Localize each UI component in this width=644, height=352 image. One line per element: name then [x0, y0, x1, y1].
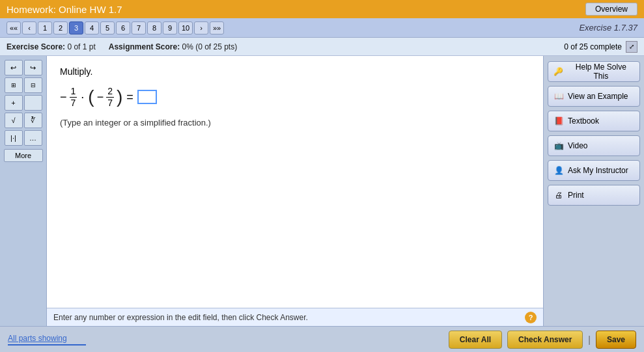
more-button[interactable]: More [4, 149, 43, 162]
textbook-button[interactable]: 📕 Textbook [548, 111, 640, 131]
print-icon: 🖨 [553, 190, 564, 200]
brackets-button[interactable]: ⊟ [24, 77, 42, 93]
bottom-bar: All parts showing Clear All Check Answer… [0, 326, 644, 352]
nav-bar: «« ‹ 1 2 3 4 5 6 7 8 9 10 › »» Exercise … [0, 18, 644, 38]
math-hint: (Type an integer or a simplified fractio… [60, 118, 530, 128]
abs-button[interactable]: |·| [5, 130, 23, 146]
misc-button[interactable]: … [24, 130, 42, 146]
left-toolbar: ↩ ↪ ⊞ ⊟ + √ ∛ |·| … More [0, 56, 47, 326]
close-paren: ) [117, 88, 122, 106]
video-button[interactable]: 📺 Video [548, 135, 640, 156]
page-navigation: «« ‹ 1 2 3 4 5 6 7 8 9 10 › »» [7, 21, 224, 34]
textbook-icon: 📕 [553, 116, 564, 126]
nav-page-10[interactable]: 10 [178, 21, 193, 34]
video-icon: 📺 [553, 141, 564, 151]
check-answer-button[interactable]: Check Answer [507, 331, 583, 349]
main-area: ↩ ↪ ⊞ ⊟ + √ ∛ |·| … More Multiply. − 1 7 [0, 56, 644, 326]
nav-page-1[interactable]: 1 [38, 21, 52, 34]
nav-page-6[interactable]: 6 [116, 21, 130, 34]
parts-showing-label[interactable]: All parts showing [8, 334, 67, 343]
help-me-solve-label: Help Me Solve This [568, 62, 634, 81]
view-example-label: View an Example [568, 92, 628, 101]
nav-page-3[interactable]: 3 [69, 21, 83, 34]
book-open-icon: 📖 [553, 91, 564, 102]
toolbar-row-2: ⊞ ⊟ [5, 77, 42, 93]
multiply-dot: · [81, 90, 84, 104]
assignment-score-label: Assignment Score: [109, 42, 180, 51]
math-expression-left: − 1 7 · ( − 2 7 ) = [60, 86, 530, 109]
nav-prev-prev-button[interactable]: «« [7, 21, 21, 34]
toolbar-row-1: ↩ ↪ [5, 60, 42, 75]
redo-button[interactable]: ↪ [24, 60, 42, 75]
sqrt-button[interactable]: √ [5, 113, 23, 128]
key-icon: 🔑 [553, 66, 564, 77]
exercise-label: Exercise 1.7.37 [579, 23, 637, 33]
homework-prefix: Homework: [7, 4, 56, 15]
plus-button[interactable]: + [5, 95, 23, 111]
person-icon: 👤 [553, 165, 564, 176]
toolbar-row-5: |·| … [5, 130, 42, 146]
status-hint-text: Enter any number or expression in the ed… [53, 313, 308, 322]
nav-page-9[interactable]: 9 [163, 21, 177, 34]
nav-page-4[interactable]: 4 [85, 21, 99, 34]
fraction-left-denominator: 7 [70, 98, 77, 109]
open-paren: ( [88, 88, 94, 106]
expand-icon[interactable]: ⤢ [626, 41, 637, 53]
empty-button[interactable] [24, 95, 42, 111]
parts-showing-container: All parts showing [8, 333, 86, 345]
exercise-title: Multiply. [60, 66, 530, 77]
nav-page-8[interactable]: 8 [147, 21, 161, 34]
nav-page-5[interactable]: 5 [100, 21, 115, 34]
matrix-button[interactable]: ⊞ [5, 77, 23, 93]
bottom-actions: Clear All Check Answer | Save [449, 331, 636, 349]
toolbar-row-4: √ ∛ [5, 113, 42, 128]
nav-prev-button[interactable]: ‹ [22, 21, 36, 34]
top-bar: Homework: Online HW 1.7 Overview [0, 0, 644, 18]
video-label: Video [568, 141, 587, 150]
answer-input[interactable] [137, 90, 157, 104]
print-button[interactable]: 🖨 Print [548, 185, 640, 206]
assignment-score-value: 0% (0 of 25 pts) [182, 42, 237, 51]
fraction-right: 2 7 [106, 86, 114, 109]
undo-button[interactable]: ↩ [5, 60, 23, 75]
fraction-left-numerator: 1 [70, 86, 77, 98]
exercise-score-label: Exercise Score: [7, 42, 65, 51]
cbrt-button[interactable]: ∛ [24, 113, 42, 128]
nav-page-7[interactable]: 7 [132, 21, 146, 34]
nav-next-next-button[interactable]: »» [210, 21, 224, 34]
right-panel: 🔑 Help Me Solve This 📖 View an Example 📕… [543, 56, 644, 326]
exercise-score-value: 0 of 1 pt [67, 42, 95, 51]
view-example-button[interactable]: 📖 View an Example [548, 86, 640, 107]
toolbar-row-3: + [5, 95, 42, 111]
score-bar: Exercise Score: 0 of 1 pt Assignment Sco… [0, 38, 644, 56]
separator: | [588, 334, 591, 345]
textbook-label: Textbook [568, 116, 599, 126]
help-circle-icon[interactable]: ? [525, 312, 537, 323]
exercise-score: Exercise Score: 0 of 1 pt [7, 42, 96, 51]
clear-all-button[interactable]: Clear All [449, 331, 502, 349]
minus-sign-right: − [97, 90, 104, 104]
ask-instructor-button[interactable]: 👤 Ask My Instructor [548, 160, 640, 181]
nav-page-2[interactable]: 2 [53, 21, 68, 34]
print-label: Print [568, 191, 584, 200]
complete-text: 0 of 25 complete [564, 42, 622, 51]
minus-sign-left: − [60, 90, 67, 104]
top-bar-title: Homework: Online HW 1.7 [7, 4, 122, 15]
fraction-right-numerator: 2 [106, 86, 114, 98]
help-me-solve-button[interactable]: 🔑 Help Me Solve This [548, 61, 640, 82]
save-button[interactable]: Save [596, 331, 636, 349]
parts-underline [8, 344, 86, 345]
status-bar: Enter any number or expression in the ed… [47, 308, 543, 326]
hw-title: Online HW 1.7 [59, 4, 122, 15]
fraction-left: 1 7 [70, 86, 77, 109]
fraction-right-denominator: 7 [106, 98, 114, 109]
exercise-content: Multiply. − 1 7 · ( − 2 7 ) = (Type an i… [47, 56, 543, 326]
overview-button[interactable]: Overview [585, 3, 637, 16]
complete-badge: 0 of 25 complete ⤢ [564, 41, 637, 53]
equals-sign: = [126, 90, 133, 104]
nav-next-button[interactable]: › [194, 21, 208, 34]
assignment-score: Assignment Score: 0% (0 of 25 pts) [109, 42, 237, 51]
ask-instructor-label: Ask My Instructor [568, 166, 628, 175]
